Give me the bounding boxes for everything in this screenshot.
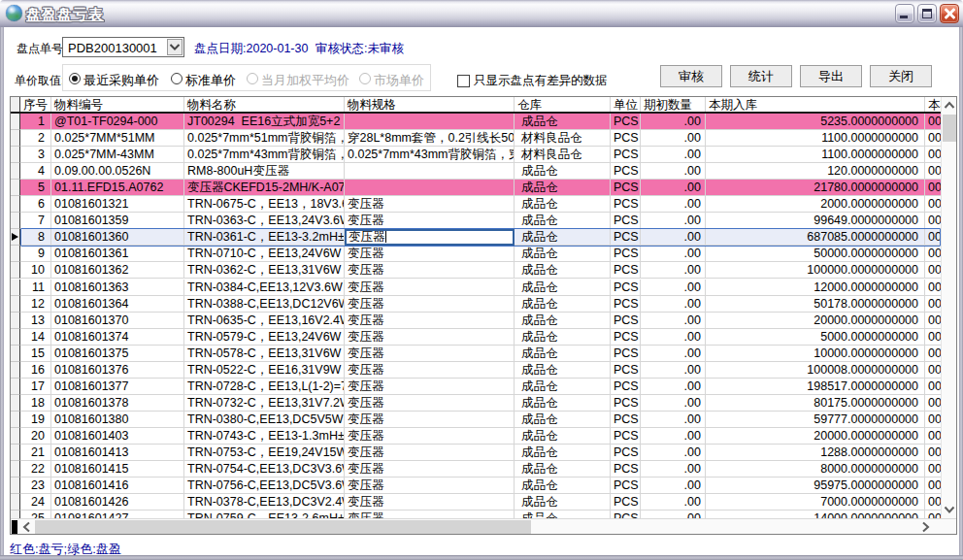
table-row[interactable]: 601081601321TRN-0675-C，EE13，18V3.6变压器成品仓…: [11, 196, 956, 213]
scroll-down-icon[interactable]: [942, 502, 957, 518]
table-row[interactable]: 501.11.EFD15.A0762变压器CKEFD15-2MH/K-A076成…: [11, 180, 956, 196]
row-selector[interactable]: [11, 494, 20, 511]
column-header-code[interactable]: 物料编号: [51, 97, 184, 112]
column-header-name[interactable]: 物料名称: [184, 97, 345, 112]
table-row[interactable]: 1001081601362TRN-0362-C，EE13,31V6W，变压器成品…: [11, 262, 956, 279]
cell-inq: 100000.0000000000: [706, 262, 925, 279]
row-selector[interactable]: [11, 246, 20, 262]
horizontal-scrollbar[interactable]: [11, 518, 956, 534]
column-header-open[interactable]: 期初数量: [641, 97, 706, 112]
export-button[interactable]: 导出: [800, 65, 862, 87]
status-legend: 红色:盘亏;绿色:盘盈: [10, 541, 121, 558]
row-selector[interactable]: [11, 213, 20, 229]
table-row[interactable]: 2401081601426TRN-0378-C,EE13,DC3V2.4W变压器…: [11, 494, 956, 511]
horizontal-scroll-thumb[interactable]: [35, 520, 531, 534]
row-selector[interactable]: [11, 461, 20, 478]
radio-label: 当月加权平均价: [261, 72, 349, 89]
cell-unit: PCS: [611, 114, 641, 130]
row-selector[interactable]: [11, 478, 20, 494]
row-selector[interactable]: [11, 329, 20, 346]
table-row[interactable]: 1101081601363TRN-0384-C,EE13,12V3.6W变压器成…: [11, 280, 956, 296]
row-selector[interactable]: [11, 313, 20, 329]
cell-code: 0.09.00.00.0526N: [51, 163, 184, 180]
table-row[interactable]: 1601081601376TRN-0522-C，EE16,31V9W变压器成品仓…: [11, 362, 956, 379]
table-row[interactable]: 30.025*7MM-43MM0.025*7mm*43mm背胶铜箔，0.025*…: [11, 147, 956, 163]
row-selector[interactable]: [11, 147, 20, 163]
row-selector[interactable]: [11, 445, 20, 461]
table-row[interactable]: 2301081601416TRN-0756-C,EE13,DC5V3.6W变压器…: [11, 478, 956, 494]
table-row[interactable]: 1501081601375TRN-0578-C，EE13,31V6W变压器成品仓…: [11, 346, 956, 362]
table-row[interactable]: 1@T01-TF0294-000JT00294 EE16立式加宽5+2成品仓PC…: [11, 114, 956, 130]
table-row[interactable]: 1301081601370TRN-0635-C，EE13,16V2.4W变压器成…: [11, 313, 956, 329]
row-selector[interactable]: [11, 395, 20, 412]
audit-button[interactable]: 审核: [660, 65, 722, 87]
cell-num: 1: [20, 114, 51, 130]
doc-number-combobox[interactable]: PDB200130001: [62, 37, 184, 57]
scroll-right-icon[interactable]: [917, 520, 933, 534]
table-row[interactable]: 1901081601380TRN-0380-C,EE13,DC5V5W变压器成品…: [11, 412, 956, 428]
cell-editor-text: 变压器: [349, 230, 385, 244]
cell-code: 01081601416: [51, 478, 184, 494]
column-header-wh[interactable]: 仓库: [515, 97, 611, 112]
row-selector[interactable]: [11, 229, 20, 246]
row-selector[interactable]: [11, 412, 20, 428]
row-selector[interactable]: [11, 362, 20, 379]
scroll-up-icon[interactable]: [942, 97, 957, 114]
table-row[interactable]: 901081601361TRN-0710-C，EE13,24V6W，变压器成品仓…: [11, 246, 956, 262]
statistics-button[interactable]: 统计: [730, 65, 792, 87]
table-row[interactable]: 1801081601378TRN-0732-C，EE13,31V7.2W变压器成…: [11, 395, 956, 412]
row-selector[interactable]: [11, 163, 20, 180]
column-header-inq[interactable]: 本期入库: [706, 97, 925, 112]
minimize-button[interactable]: [895, 4, 914, 23]
cell-code: 01081601362: [51, 262, 184, 279]
vertical-scrollbar[interactable]: [941, 97, 956, 518]
vertical-scroll-thumb[interactable]: [943, 115, 956, 142]
close-icon: [944, 8, 955, 19]
close-button[interactable]: [940, 4, 959, 23]
table-row[interactable]: 40.09.00.00.0526NRM8-800uH变压器成品仓PCS.0012…: [11, 163, 956, 180]
row-selector[interactable]: [11, 262, 20, 279]
column-header-unit[interactable]: 单位: [611, 97, 641, 112]
diff-only-checkbox[interactable]: [457, 75, 470, 87]
row-selector[interactable]: [11, 280, 20, 296]
cell-spec: 变压器: [345, 329, 515, 346]
row-selector[interactable]: [11, 114, 20, 130]
row-selector[interactable]: [11, 428, 20, 445]
cell-num: 4: [20, 163, 51, 180]
cell-inq: 1288.0000000000: [706, 445, 925, 461]
table-row[interactable]: 2201081601415TRN-0754-C,EE13,DC3V3.6W变压器…: [11, 461, 956, 478]
cell-name: JT00294 EE16立式加宽5+2: [184, 114, 345, 130]
cell-name: 0.025*7mm*51mm背胶铜箔，: [184, 130, 345, 147]
maximize-button[interactable]: [917, 4, 937, 23]
table-row[interactable]: 20.025*7MM*51MM0.025*7mm*51mm背胶铜箔，穿28L*8…: [11, 130, 956, 147]
cell-spec: [345, 163, 515, 180]
text-caret: [385, 231, 386, 243]
cell-open: .00: [641, 196, 706, 213]
table-row[interactable]: 2101081601413TRN-0753-C，EE19,24V15W变压器成品…: [11, 445, 956, 461]
cell-spec: 变压器: [345, 478, 515, 494]
table-row[interactable]: 701081601359TRN-0363-C，EE13,24V3.6W变压器成品…: [11, 213, 956, 229]
column-header-spec[interactable]: 物料规格: [345, 97, 515, 112]
combo-dropdown-button[interactable]: [167, 39, 183, 55]
scroll-left-icon[interactable]: [18, 520, 34, 534]
column-header-num[interactable]: 序号: [20, 97, 51, 112]
cell-editor[interactable]: 变压器: [345, 229, 515, 246]
cell-inq: 50000.0000000000: [706, 246, 925, 262]
cell-inq: 80175.0000000000: [706, 395, 925, 412]
table-row[interactable]: 2001081601403TRN-0743-C，EE13-1.3mH±1变压器成…: [11, 428, 956, 445]
row-selector[interactable]: [11, 346, 20, 362]
table-row[interactable]: 1201081601364TRN-0388-C,EE13,DC12V6W变压器成…: [11, 296, 956, 313]
row-selector[interactable]: [11, 379, 20, 395]
row-selector[interactable]: [11, 130, 20, 147]
cell-name: TRN-0522-C，EE16,31V9W: [184, 362, 345, 379]
close-form-button[interactable]: 关闭: [870, 65, 932, 87]
cell-inq: 59777.0000000000: [706, 412, 925, 428]
window-title: 盘盈盘亏表: [26, 6, 104, 24]
table-row[interactable]: 1701081601377TRN-0728-C，EE13,L(1-2)=7变压器…: [11, 379, 956, 395]
row-selector[interactable]: [11, 180, 20, 196]
table-row[interactable]: 1401081601374TRN-0579-C，EE13,24V6W变压器成品仓…: [11, 329, 956, 346]
cell-unit: PCS: [611, 229, 641, 246]
row-selector[interactable]: [11, 196, 20, 213]
row-selector[interactable]: [11, 296, 20, 313]
cell-open: .00: [641, 229, 706, 246]
